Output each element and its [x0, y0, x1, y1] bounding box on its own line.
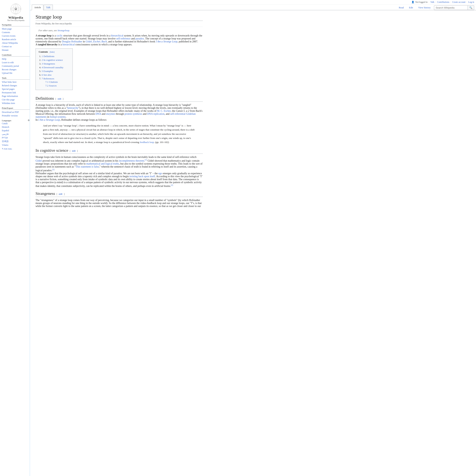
- strangeness-p1: The "strangeness" of a strange loop come…: [35, 199, 203, 208]
- navigation-menu: Main page Contents Current events Random…: [2, 27, 30, 52]
- sidebar-item-contents[interactable]: Contents: [2, 31, 10, 34]
- sidebar-item-learn-edit[interactable]: Learn to edit: [2, 61, 14, 64]
- sidebar-item-upload[interactable]: Upload file: [2, 72, 13, 74]
- cyclic-link[interactable]: cyclic: [56, 34, 63, 37]
- ego-link[interactable]: ego: [158, 172, 162, 175]
- sidebar-item-about[interactable]: About Wikipedia: [2, 42, 18, 44]
- formal-systems-link[interactable]: formal systems: [50, 116, 66, 118]
- math-truths-link[interactable]: mathematical and logical truths: [86, 162, 119, 165]
- toc-item-7-1[interactable]: 7.1 Citations: [45, 81, 58, 83]
- section-definitions: Definitions [edit] A strange loop is a h…: [35, 96, 203, 144]
- lang-veneto[interactable]: Vèneto: [2, 144, 8, 146]
- dna-link[interactable]: DNA: [95, 113, 101, 115]
- feedback-loop-link[interactable]: feedback loop: [140, 141, 154, 144]
- cite-2[interactable]: [2]: [52, 169, 54, 170]
- intro-paragraph-1: A strange loop is a cyclic structure tha…: [35, 34, 203, 43]
- sidebar-item-page-info[interactable]: Page information: [2, 95, 18, 97]
- hatnote-link[interactable]: Strangeloop: [57, 29, 69, 32]
- cite-2b[interactable]: [2]: [171, 184, 173, 186]
- definitions-heading: Definitions: [35, 96, 54, 101]
- toc-item-5[interactable]: 5 Examples: [42, 70, 53, 72]
- edit-action[interactable]: Edit: [407, 5, 415, 10]
- contributions-link[interactable]: Contributions: [437, 1, 449, 3]
- strangeness-heading: Strangeness: [35, 191, 55, 196]
- cognitive-science-p2: Hofstadter argues that the psychological…: [35, 172, 203, 187]
- hierarchical-link[interactable]: hierarchical: [111, 34, 123, 37]
- toc-toggle[interactable]: [hide]: [50, 51, 54, 53]
- edit-links-button[interactable]: ✎ Edit links: [2, 148, 30, 150]
- cognitive-science-heading: In cognitive science: [35, 148, 68, 153]
- toc-item-6[interactable]: 6 See also: [42, 73, 51, 76]
- lang-hebrew[interactable]: עברית: [2, 136, 8, 139]
- toc-title: Contents: [39, 51, 48, 53]
- geb-link[interactable]: Gödel, Escher, Bach: [85, 40, 107, 43]
- sidebar-item-help[interactable]: Help: [2, 58, 6, 60]
- toc-item-7[interactable]: 7 References: [42, 77, 54, 80]
- search-button[interactable]: 🔍: [468, 6, 474, 10]
- escher-link[interactable]: M. C. Escher: [157, 110, 171, 112]
- section-strangeness: Strangeness [edit] The "strangeness" of …: [35, 191, 203, 208]
- tools-menu: What links here Related changes Special …: [2, 80, 30, 105]
- tab-article[interactable]: Article: [32, 5, 43, 10]
- sidebar-item-printable[interactable]: Printable version: [2, 114, 18, 117]
- search-input[interactable]: [434, 6, 468, 10]
- lang-japanese[interactable]: 日本語: [2, 140, 9, 143]
- toc-item-1[interactable]: 1 Definitions: [42, 55, 54, 58]
- sidebar-item-main-page[interactable]: Main page: [2, 28, 12, 30]
- toc-item-2[interactable]: 2 In cognitive science: [42, 59, 63, 61]
- paradox-link[interactable]: paradox: [136, 37, 144, 40]
- strangeness-edit-link[interactable]: edit: [59, 193, 62, 195]
- sidebar-item-recent-changes[interactable]: Recent changes: [2, 68, 16, 71]
- cite-1[interactable]: [1]: [145, 159, 147, 161]
- heterarchy-link[interactable]: heterarchy: [67, 106, 78, 109]
- read-action[interactable]: Read: [397, 5, 406, 10]
- hierarchical-link-2[interactable]: hierarchical: [63, 43, 75, 46]
- section-cognitive-science: In cognitive science [edit] Strange loop…: [35, 148, 203, 187]
- navigation-section-title: Navigation: [2, 24, 30, 26]
- user-icon: 👤: [411, 1, 414, 3]
- enzymes-link[interactable]: enzymes: [106, 113, 115, 115]
- log-in-link[interactable]: Log in: [468, 1, 474, 3]
- self-reference-link[interactable]: self-reference: [116, 37, 131, 40]
- sidebar-item-special-pages[interactable]: Special pages: [2, 88, 15, 90]
- liar-paradox-link[interactable]: This statement is false: [76, 165, 99, 168]
- sidebar-item-download-pdf[interactable]: Download as PDF: [2, 111, 19, 113]
- lang-farsi[interactable]: فارسی: [2, 133, 9, 135]
- sidebar-item-related-changes[interactable]: Related changes: [2, 84, 17, 87]
- cognitive-science-edit-link[interactable]: edit: [72, 150, 75, 152]
- dna-replication-link[interactable]: DNA replication: [147, 113, 164, 115]
- user-toolbar: 👤 Not logged in · Talk · Contributions ·…: [30, 0, 476, 4]
- sidebar-item-donate[interactable]: Donate: [2, 49, 9, 51]
- talk-link[interactable]: Talk: [430, 1, 434, 3]
- page-actions: Read Edit View history 🔍: [397, 5, 474, 10]
- twisting-link[interactable]: twisting back upon itself: [129, 175, 155, 178]
- sidebar-item-contact[interactable]: Contact us: [2, 45, 12, 48]
- sidebar-item-what-links[interactable]: What links here: [2, 81, 17, 83]
- iasl-link-2[interactable]: I Am a Strange Loop: [38, 119, 60, 121]
- view-history-action[interactable]: View history: [416, 5, 432, 10]
- sidebar-item-random-article[interactable]: Random article: [2, 38, 16, 41]
- create-account-link[interactable]: Create account: [452, 1, 466, 3]
- definitions-edit-link[interactable]: edit: [58, 98, 61, 100]
- tab-talk[interactable]: Talk: [44, 5, 53, 10]
- toc-item-4[interactable]: 4 Downward causality: [42, 66, 63, 69]
- lang-espanol[interactable]: Español: [2, 129, 9, 132]
- lang-catala[interactable]: Català: [2, 122, 8, 125]
- hofstadter-link[interactable]: Douglas Hofstadter: [62, 40, 82, 43]
- sidebar-item-cite[interactable]: Cite this page: [2, 98, 15, 101]
- toc-item-7-2[interactable]: 7.2 Sources: [45, 84, 57, 87]
- lang-deutsch[interactable]: Deutsch: [2, 126, 9, 128]
- sidebar-item-wikidata[interactable]: Wikidata item: [2, 102, 15, 104]
- table-of-contents: Contents [hide] 1 Definitions 2 In cogni…: [35, 48, 73, 90]
- incompleteness-link[interactable]: incompleteness theorem: [119, 159, 144, 162]
- toc-item-3[interactable]: 3 Strangeness: [42, 62, 55, 65]
- languages-settings-icon[interactable]: ⚙: [28, 119, 30, 122]
- protein-synthesis-link[interactable]: protein synthesis: [125, 113, 142, 115]
- sidebar-item-permanent-link[interactable]: Permanent link: [2, 91, 16, 94]
- iasl-link[interactable]: I Am a Strange Loop: [156, 40, 177, 43]
- godel-link[interactable]: Gödel: [35, 159, 42, 162]
- sidebar-item-community[interactable]: Community portal: [2, 65, 19, 67]
- article-subtitle: From Wikipedia, the free encyclopedia: [35, 22, 203, 27]
- languages-title: Languages: [2, 119, 11, 122]
- sidebar-item-current-events[interactable]: Current events: [2, 34, 16, 37]
